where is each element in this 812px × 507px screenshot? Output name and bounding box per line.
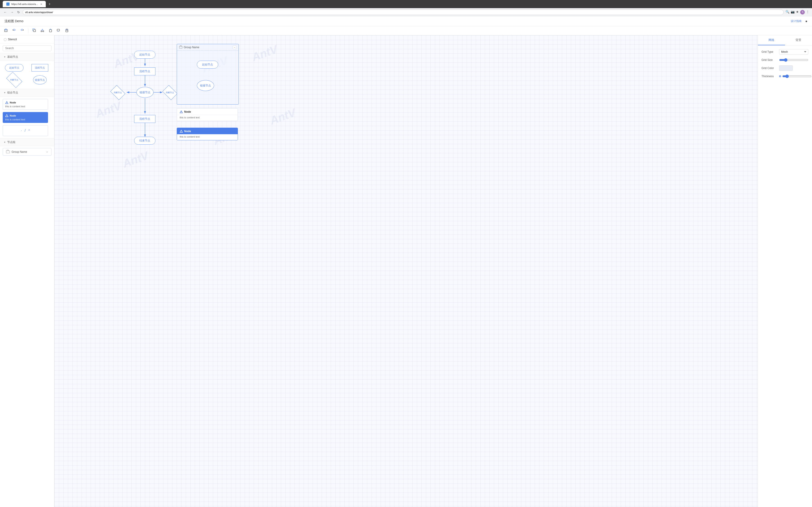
browser-chrome: https://x6.antv.vision/apps/dra ✕ + [0,0,812,8]
app-header-right: 设计指南 ● [791,19,807,23]
stencil-content-node-1[interactable]: Node this is content text [3,99,48,110]
star-icon[interactable]: ★ [796,10,799,14]
app-header: 流程图 Demo 设计指南 ● [0,16,812,26]
group-item[interactable]: Group Name + [3,148,51,156]
cut-button[interactable] [39,27,46,34]
print-button[interactable] [64,27,70,34]
triangle-icon-1 [5,101,8,104]
new-tab-button[interactable]: + [48,2,51,6]
stencil-toggle-icon[interactable]: ◯ [4,38,7,41]
grid-size-label: Grid Size [761,58,777,62]
group-start-node[interactable]: 起始节点 [197,61,218,69]
svg-line-8 [42,29,43,31]
grid-size-slider[interactable] [779,58,808,62]
flow-rect-node-1[interactable]: 流程节点 [134,67,155,75]
url-bar[interactable] [23,9,784,15]
cn1-title: Node [10,101,16,104]
canvas-cn-1[interactable]: Node this is content text [177,108,238,121]
thickness-label: Thickness [761,75,777,78]
cn1-canvas-icon [180,110,183,113]
stencil-node-judge[interactable]: 判断节点 [3,74,26,86]
design-guide-link[interactable]: 设计指南 [791,19,802,23]
thickness-slider[interactable] [782,74,812,78]
groups-toggle-icon: ▼ [4,141,6,144]
flow-end-node[interactable]: 结束节点 [134,137,155,145]
zoom-button[interactable] [55,27,62,34]
stencil-search-area [0,44,54,53]
stencil-content-node-2[interactable]: Node this is content text [3,112,48,123]
refresh-button[interactable]: ↻ [16,9,21,15]
tab-grid[interactable]: 网格 [758,35,785,45]
cn1-canvas-body: this is content text [177,115,238,121]
flow-rect-node-2[interactable]: 流程节点 [134,115,155,123]
stencil-title: Stencil [8,38,17,41]
svg-rect-10 [57,29,60,31]
flow-judge-node-2[interactable]: 判断节点 [162,87,178,99]
canvas-area[interactable]: AntV AntV AntV AntV AntV AntV AntV [54,35,758,507]
svg-point-33 [181,132,182,132]
paste-button[interactable] [47,27,54,34]
tab-close-icon[interactable]: ✕ [40,3,42,5]
svg-point-20 [7,116,7,117]
browser-tab[interactable]: https://x6.antv.vision/apps/dra ✕ [3,1,46,7]
basic-nodes-grid: 起始节点 流程节点 判断节点 链接节点 [0,61,54,89]
undo-icon [12,29,16,32]
undo-button[interactable] [11,27,17,34]
flow-group-container[interactable]: Group Name − 起始节点 链接节点 [177,44,239,105]
panel-tabs: 网格 背景 [758,35,812,46]
svg-rect-0 [5,30,7,32]
cn2-canvas-title: Node [184,130,191,133]
app-title: 流程图 Demo [5,19,23,23]
search-input[interactable] [3,45,51,51]
cn1-content: this is content text [5,105,46,108]
grid-color-control [779,65,808,71]
canvas-cn-2[interactable]: Node this is content text [177,128,238,140]
camera-icon[interactable]: 📷 [791,10,795,14]
svg-point-17 [7,103,7,104]
tab-title: https://x6.antv.vision/apps/dra [11,3,39,5]
forward-button[interactable]: → [9,9,14,15]
start-node-shape: 起始节点 [5,64,23,71]
stencil-node-start[interactable]: 起始节点 [3,64,26,71]
grid-type-select[interactable]: Mesh Dot Line [779,49,808,55]
cn2-canvas-text: this is content text [180,135,200,138]
section-basic-label: 基础节点 [7,55,18,59]
canvas-background [54,35,758,507]
thickness-row: Thickness 1.0 [761,74,808,78]
search-browser-icon[interactable]: 🔍 [785,10,789,14]
profile-icon[interactable]: 无 [800,10,805,14]
redo-button[interactable] [19,27,26,34]
section-toggle-icon: ▼ [4,56,6,58]
grid-color-swatch[interactable] [779,65,793,71]
flow-judge-node-1[interactable]: 判断节点 [110,87,126,99]
svg-point-14 [67,31,68,31]
copy-button[interactable] [31,27,37,34]
flow-link-node[interactable]: 链接节点 [136,87,154,98]
cn1-canvas-header: Node [177,108,238,115]
group-header-left: Group Name [179,46,199,49]
menu-icon[interactable]: ⋮ [806,10,809,14]
group-link-node[interactable]: 链接节点 [197,80,214,91]
group-collapse-button[interactable]: − [233,46,236,49]
cn1-canvas-text: this is content text [180,116,200,119]
judge-node-shape: 判断节点 [5,74,23,86]
delete-button[interactable] [3,27,9,34]
section-node-groups[interactable]: ▼ 节点组 [0,138,54,146]
group-add-button[interactable]: + [46,150,48,154]
section-basic-nodes[interactable]: ▼ 基础节点 [0,53,54,61]
link-node-shape: 链接节点 [33,75,47,84]
tab-background[interactable]: 背景 [785,35,812,45]
section-groups-label: 节点组 [7,140,15,144]
stencil-panel: ◯ Stencil ▼ 基础节点 起始节点 流程节点 判断节点 链接节点 [0,35,54,507]
main-layout: ◯ Stencil ▼ 基础节点 起始节点 流程节点 判断节点 链接节点 [0,35,812,507]
stencil-node-link[interactable]: 链接节点 [29,74,52,86]
github-icon[interactable]: ● [805,19,807,23]
back-button[interactable]: ← [3,9,8,15]
stencil-node-flow[interactable]: 流程节点 [29,64,52,71]
flow-start-node[interactable]: 起始节点 [134,51,155,59]
print-icon [65,29,69,32]
stencil-connector-node[interactable]: · / ^ [3,125,48,136]
svg-rect-4 [34,30,36,32]
section-composite-nodes[interactable]: ▼ 组合节点 [0,89,54,97]
redo-icon [20,29,24,32]
